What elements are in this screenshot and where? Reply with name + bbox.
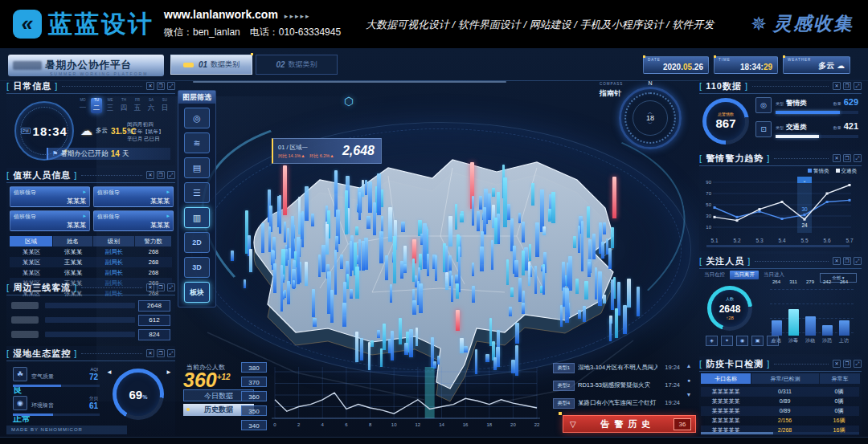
website-url[interactable]: www.lanlanwork.com▸▸▸▸▸ [164,8,310,21]
weekday-cell[interactable]: WE三 [104,98,116,113]
checkpoint-row[interactable]: 某某某某某0/890辆 [701,397,859,406]
close-icon[interactable]: ✕ [146,171,154,179]
window-icon[interactable]: ❒ [843,360,851,368]
table-row[interactable]: 某某区张某某副局长268 [10,246,172,257]
alert-history-button[interactable]: ▽ 告警历史 36 [563,415,696,433]
gauge-right-arrow[interactable]: ► [166,369,172,376]
window-icon[interactable]: ❒ [157,171,165,179]
y-tick-label: 340 [241,420,267,430]
sensor-icon[interactable]: ▤ [184,157,210,178]
inspiration-star-icon: ✵ [751,13,767,35]
y-tick-label: 370 [241,377,267,387]
video-camera-icon[interactable]: ◎ [184,108,210,128]
expand-icon[interactable]: ⤢ [854,82,862,90]
tab-data-category-2[interactable]: 02 数据类别 [256,55,338,75]
watch-filter-icon-4[interactable]: ▣ [751,336,764,346]
checkpoint-scrollbar[interactable] [701,432,859,434]
duty-leader-card[interactable]: 值班领导 ▸某某某 [93,186,174,207]
expand-icon[interactable]: ⤢ [854,360,862,368]
watch-tab[interactable]: 当日在控 [704,271,725,279]
weekday-cell[interactable]: FR五 [132,98,143,113]
weekday-cell[interactable]: SU日 [159,98,170,113]
window-icon[interactable]: ❒ [157,349,165,357]
scroll-down-icon[interactable]: ▼ [685,392,693,397]
window-icon[interactable]: ❒ [843,154,851,162]
close-icon[interactable]: ✕ [146,82,154,90]
weekday-cell[interactable]: SA六 [145,98,157,113]
window-icon[interactable]: ❒ [157,283,165,291]
svg-text:90: 90 [706,180,711,185]
bar-category-label: 上访 [836,337,852,344]
window-icon[interactable]: ❒ [157,82,165,90]
expand-icon[interactable]: ⤢ [167,283,175,291]
alert-row[interactable]: 类型1湿地3-104片区有不明人员闯入19:24 [553,363,680,373]
gauge-left-arrow[interactable]: ◄ [106,369,113,376]
panel-eco-monitor: 湿地生态监控✕❒⤢ ☘ 空气质量 良 AQI 72 ◉ 环境噪音 正常 分贝 6… [6,346,175,436]
expand-icon[interactable]: ⤢ [167,171,175,179]
column-header: 区域 [10,236,52,246]
checkpoint-header-tab[interactable]: 异常车 [820,373,860,384]
panel-title: 周边三线客流 [6,282,77,294]
window-icon[interactable]: ❒ [843,82,851,90]
list-icon[interactable]: ☰ [184,182,210,203]
dashboard: 暑期办公协作平台 SUMMER WORKING PLATFORM 01 数据类别… [0,48,868,444]
map-marker-icon[interactable]: ⬡ [344,95,354,108]
expand-icon[interactable]: ⤢ [854,154,862,162]
tab-data-category-1[interactable]: 01 数据类别 [170,55,252,75]
watch-filter-icon-1[interactable]: ◈ [706,336,718,346]
alert-row[interactable]: 类型2RD13-53烟感报警疑似火灾17:24 [553,381,680,391]
alert-row[interactable]: 类型4某路口有小汽车连闯三个红灯19:24 [553,398,680,409]
close-icon[interactable]: ✕ [833,360,841,368]
radar-icon[interactable]: ≋ [184,132,210,153]
scroll-dot-icon[interactable]: ● [685,377,693,383]
checkpoint-row[interactable]: 某某某某某0/3110辆 [701,387,859,397]
platform-title: 暑期办公协作平台 SUMMER WORKING PLATFORM [8,55,164,76]
window-icon[interactable]: ❒ [843,257,851,265]
platform-subtitle: SUMMER WORKING PLATFORM [50,71,148,76]
weekday-cell[interactable]: TH四 [118,98,129,113]
noise-metric: ◉ 环境噪音 正常 分贝 61 [13,396,103,425]
expand-icon[interactable]: ⤢ [854,257,862,265]
district-button[interactable]: 板块 [184,282,210,303]
bar-category-label: 涉稳 [802,337,818,344]
watch-filter-icon-2[interactable]: ✦ [721,336,733,346]
bar-chart-icon[interactable]: ▥ [184,207,210,228]
svg-text:20: 20 [510,422,516,427]
close-icon[interactable]: ✕ [833,154,841,162]
compass-dial[interactable]: N ︿ 18 ﹀ [619,87,682,149]
panel-checkpoint: 防疫卡口检测✕❒⤢ 卡口名称异常/已检测异常车 某某某某某0/3110辆某某某某… [699,356,862,436]
close-icon[interactable]: ✕ [833,257,841,265]
office-count-value: 360+12 [183,369,231,392]
table-row[interactable]: 某某区张某某副局长268 [10,267,172,278]
close-icon[interactable]: ✕ [146,283,154,291]
panel-title: 警情警力趋势 [699,153,770,165]
bottom-strip [0,437,868,444]
chevron-up-icon[interactable]: ︿ [648,110,653,116]
chevron-down-icon[interactable]: ﹀ [648,121,653,127]
scroll-up-icon[interactable]: ▲ [685,363,693,369]
layer-filter-toolbar: 图层筛选 ◎≋▤☰▥2D3D板块 [178,90,216,308]
expand-icon[interactable]: ⤢ [167,82,175,90]
duty-leader-card[interactable]: 值班领导 ▸某某某 [93,210,174,231]
duty-leader-card[interactable]: 值班领导 ▸某某某 [10,186,90,207]
checkpoint-row[interactable]: 某某某某某2/15616辆 [701,416,859,426]
close-icon[interactable]: ✕ [833,82,841,90]
close-icon[interactable]: ✕ [146,349,154,357]
duty-leader-card[interactable]: 值班领导 ▸某某某 [10,210,90,231]
redacted-label [11,302,39,309]
mode-2d-button[interactable]: 2D [184,232,210,253]
checkpoint-header-tab[interactable]: 异常/已检测 [751,373,819,384]
watch-filter-icon-3[interactable]: ◉ [736,336,748,346]
arrow-icon: ▸ [166,213,170,221]
watch-tab[interactable]: 当日离开 [730,271,759,279]
svg-text:5.3: 5.3 [755,238,763,243]
watch-bar [805,316,816,336]
mode-3d-button[interactable]: 3D [184,257,210,278]
table-row[interactable]: 某某区王某某副局长268 [10,257,172,267]
weekday-cell[interactable]: TU二 [91,98,102,113]
expand-icon[interactable]: ⤢ [167,349,175,357]
checkpoint-header-tab[interactable]: 卡口名称 [701,373,751,384]
checkpoint-header-tabs: 卡口名称异常/已检测异常车 [701,373,860,384]
checkpoint-row[interactable]: 某某某某某0/890辆 [701,406,859,416]
weekday-cell[interactable]: MO一 [77,98,88,113]
